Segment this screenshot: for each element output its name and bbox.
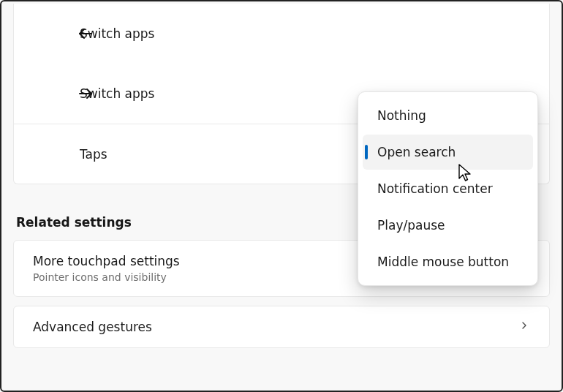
arrow-right-icon: [75, 85, 97, 102]
more-touchpad-settings-text: More touchpad settings Pointer icons and…: [33, 254, 180, 283]
dropdown-option-notification-center[interactable]: Notification center: [363, 171, 533, 206]
dropdown-option-nothing[interactable]: Nothing: [363, 98, 533, 133]
dropdown-option-play-pause[interactable]: Play/pause: [363, 208, 533, 243]
swipe-left-row[interactable]: Switch apps: [14, 4, 549, 64]
taps-dropdown[interactable]: Nothing Open search Notification center …: [358, 91, 538, 286]
more-touchpad-sub: Pointer icons and visibility: [33, 271, 180, 283]
arrow-left-icon: [75, 25, 97, 42]
dropdown-option-middle-mouse[interactable]: Middle mouse button: [363, 244, 533, 279]
more-touchpad-title: More touchpad settings: [33, 254, 180, 268]
chevron-right-icon: [518, 320, 530, 334]
taps-label: Taps: [80, 147, 107, 162]
advanced-gestures-row[interactable]: Advanced gestures: [13, 306, 550, 348]
dropdown-option-open-search[interactable]: Open search: [363, 135, 533, 170]
advanced-gestures-title: Advanced gestures: [33, 320, 152, 334]
